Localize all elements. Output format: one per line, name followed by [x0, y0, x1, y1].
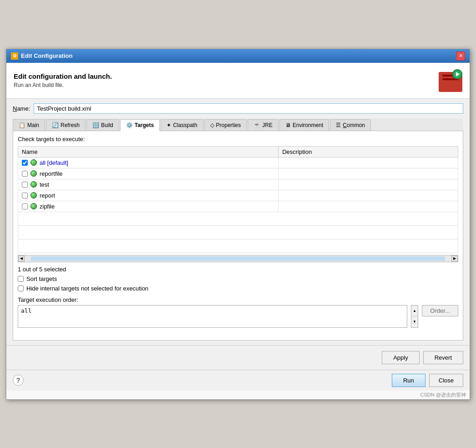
- row-name-cell: zipfile: [18, 201, 279, 212]
- tab-common-label: Common: [343, 122, 365, 128]
- order-scroll-up[interactable]: ▲: [411, 305, 418, 317]
- tab-jre-label: JRE: [262, 122, 273, 128]
- target-icon-test: [30, 181, 37, 188]
- revert-button[interactable]: Revert: [423, 351, 463, 364]
- row-desc-cell-zipfile: [279, 201, 458, 212]
- panel-title: Check targets to execute:: [18, 136, 458, 143]
- window-icon: ⚙: [11, 52, 18, 60]
- row-checkbox-report: report: [22, 192, 274, 199]
- table-row: report: [18, 190, 458, 201]
- watermark: CSDN @进击的雷神: [6, 391, 470, 399]
- scrollbar-track[interactable]: [31, 256, 445, 261]
- window-title: Edit Configuration: [21, 52, 72, 59]
- tab-build-label: Build: [101, 122, 113, 128]
- close-button[interactable]: Close: [429, 374, 463, 387]
- checkbox-report[interactable]: [22, 193, 28, 199]
- checkbox-test[interactable]: [22, 182, 28, 188]
- target-link-all[interactable]: all [default]: [40, 159, 68, 166]
- table-row: reportfile: [18, 168, 458, 179]
- properties-tab-icon: ◇: [210, 122, 214, 128]
- title-bar-left: ⚙ Edit Configuration: [11, 52, 72, 60]
- table-row: test: [18, 179, 458, 190]
- target-name-zipfile: zipfile: [40, 203, 55, 210]
- row-checkbox-reportfile: reportfile: [22, 170, 274, 177]
- run-button[interactable]: Run: [392, 374, 425, 387]
- tab-properties-label: Properties: [216, 122, 241, 128]
- classpath-tab-icon: ✦: [167, 122, 171, 128]
- environment-tab-icon: 🖥: [285, 122, 291, 128]
- common-tab-icon: ☰: [336, 122, 341, 128]
- hide-internal-label: Hide internal targets not selected for e…: [26, 285, 148, 292]
- tab-targets[interactable]: ⚙️ Targets: [120, 119, 160, 131]
- sort-targets-label: Sort targets: [26, 275, 57, 282]
- row-desc-cell-report: [279, 190, 458, 201]
- header-area: Edit configuration and launch. Run an An…: [6, 63, 470, 99]
- tab-properties[interactable]: ◇ Properties: [204, 119, 247, 131]
- jre-tab-icon: ☕: [253, 122, 260, 128]
- tab-classpath[interactable]: ✦ Classpath: [161, 119, 203, 131]
- window-close-button[interactable]: ✕: [456, 51, 465, 61]
- targets-tab-icon: ⚙️: [126, 122, 133, 128]
- order-textarea-scrollbar[interactable]: ▲ ▼: [411, 305, 418, 328]
- tab-targets-label: Targets: [135, 122, 154, 128]
- header-title: Edit configuration and launch.: [14, 72, 112, 80]
- row-name-cell: reportfile: [18, 168, 279, 179]
- row-checkbox-test: test: [22, 181, 274, 188]
- target-name-test: test: [40, 181, 49, 188]
- build-tab-icon: 🔢: [92, 122, 99, 128]
- checkbox-zipfile[interactable]: [22, 204, 28, 209]
- tab-build[interactable]: 🔢 Build: [86, 119, 119, 131]
- header-icon-area: [435, 69, 462, 92]
- targets-panel: Check targets to execute: Name Descripti…: [13, 131, 463, 341]
- empty-row-3: [18, 239, 458, 253]
- run-close-area: Run Close: [392, 374, 463, 387]
- hide-internal-checkbox[interactable]: [18, 285, 24, 291]
- name-input[interactable]: [34, 103, 463, 114]
- header-text: Edit configuration and launch. Run an An…: [14, 72, 112, 88]
- scroll-left-button[interactable]: ◀: [18, 255, 25, 262]
- row-checkbox-all: all [default]: [22, 159, 274, 166]
- checkbox-all[interactable]: [22, 160, 28, 166]
- main-window: ⚙ Edit Configuration ✕ Edit configuratio…: [6, 49, 470, 400]
- hide-internal-row: Hide internal targets not selected for e…: [18, 285, 458, 292]
- tab-refresh-label: Refresh: [61, 122, 80, 128]
- order-button[interactable]: Order...: [422, 305, 458, 316]
- content-area: Name: 📋 Main 🔄 Refresh 🔢 Build ⚙️ Target…: [6, 99, 470, 345]
- title-bar: ⚙ Edit Configuration ✕: [6, 49, 470, 63]
- name-row: Name:: [13, 103, 463, 114]
- row-name-cell: test: [18, 179, 279, 190]
- row-checkbox-zipfile: zipfile: [22, 203, 274, 210]
- target-icon-report: [30, 192, 37, 199]
- tab-refresh[interactable]: 🔄 Refresh: [46, 119, 86, 131]
- empty-row-2: [18, 225, 458, 239]
- horizontal-scrollbar[interactable]: ◀ ▶: [18, 255, 458, 262]
- tab-main[interactable]: 📋 Main: [13, 119, 45, 131]
- target-icon-all: [30, 159, 37, 166]
- tabs-bar: 📋 Main 🔄 Refresh 🔢 Build ⚙️ Targets ✦ Cl…: [13, 118, 463, 131]
- empty-row-1: [18, 212, 458, 225]
- status-text: 1 out of 5 selected: [18, 266, 458, 273]
- row-desc-cell-test: [279, 179, 458, 190]
- col-desc-header: Description: [279, 146, 458, 157]
- scroll-right-button[interactable]: ▶: [451, 255, 458, 262]
- checkbox-reportfile[interactable]: [22, 171, 28, 177]
- help-button[interactable]: ?: [13, 375, 24, 386]
- row-name-cell: report: [18, 190, 279, 201]
- tab-environment-label: Environment: [293, 122, 323, 128]
- tab-common[interactable]: ☰ Common: [330, 119, 371, 131]
- order-scroll-down[interactable]: ▼: [411, 316, 418, 327]
- col-name-header: Name: [18, 146, 279, 157]
- tab-classpath-label: Classpath: [173, 122, 197, 128]
- execution-order-area: all ▲ ▼ Order...: [18, 305, 458, 328]
- sort-targets-checkbox[interactable]: [18, 276, 24, 282]
- execution-order-textarea[interactable]: all: [18, 305, 407, 328]
- target-icon-reportfile: [30, 170, 37, 177]
- tab-jre[interactable]: ☕ JRE: [248, 119, 279, 131]
- name-label: Name:: [13, 105, 30, 112]
- apply-button[interactable]: Apply: [382, 351, 420, 364]
- tab-environment[interactable]: 🖥 Environment: [279, 119, 329, 131]
- target-name-report: report: [40, 192, 55, 199]
- target-name-reportfile: reportfile: [40, 170, 63, 177]
- play-icon: [452, 69, 462, 79]
- execution-order-label: Target execution order:: [18, 296, 458, 303]
